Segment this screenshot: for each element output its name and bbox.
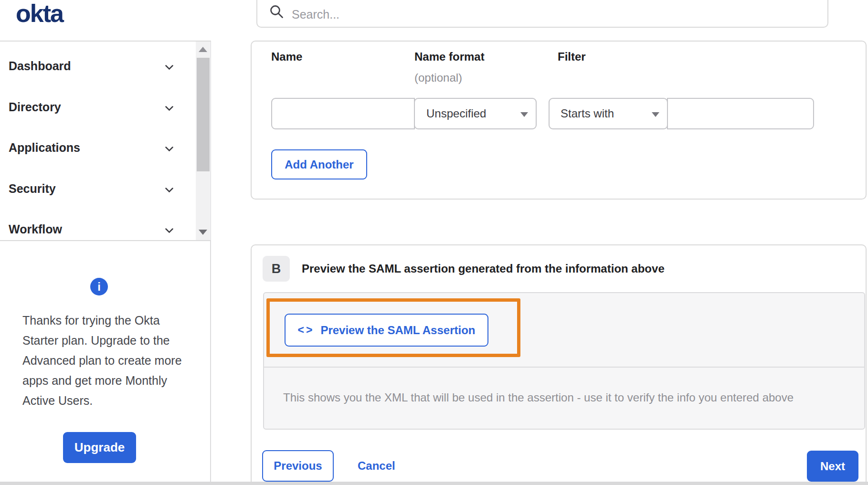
sidebar-item-workflow[interactable]: Workflow xyxy=(0,209,191,250)
add-another-button[interactable]: Add Another xyxy=(271,149,367,179)
previous-button[interactable]: Previous xyxy=(262,450,334,482)
filter-value-input[interactable] xyxy=(668,99,813,128)
name-column-header: Name xyxy=(271,50,302,63)
sidebar-nav: Dashboard Directory Applications Securit… xyxy=(0,41,211,241)
section-b-title: Preview the SAML assertion generated fro… xyxy=(302,262,665,275)
sidebar-item-applications[interactable]: Applications xyxy=(0,127,191,168)
info-icon: i xyxy=(90,278,108,295)
bottom-scrollbar-strip[interactable] xyxy=(0,482,868,485)
attribute-name-field[interactable] xyxy=(271,98,415,129)
preview-button-row: <> Preview the SAML Assertion xyxy=(264,293,864,368)
chevron-down-icon xyxy=(165,227,173,235)
upgrade-message: Thanks for trying the Okta Starter plan.… xyxy=(22,310,190,411)
sidebar-scrollbar[interactable] xyxy=(196,42,211,240)
attribute-statements-card: Name Name format (optional) Filter Unspe… xyxy=(251,41,867,200)
sidebar-item-directory[interactable]: Directory xyxy=(0,87,191,127)
sidebar-item-security[interactable]: Security xyxy=(0,169,191,209)
chevron-down-icon xyxy=(165,186,173,195)
saml-preview-panel: <> Preview the SAML Assertion This shows… xyxy=(263,292,865,430)
sidebar-item-label: Directory xyxy=(9,100,61,114)
chevron-down-icon xyxy=(165,145,173,154)
cancel-link[interactable]: Cancel xyxy=(358,450,395,482)
dropdown-caret-icon xyxy=(520,112,528,117)
sidebar-item-label: Dashboard xyxy=(9,59,71,73)
sidebar-item-label: Security xyxy=(9,182,56,196)
sidebar-item-dashboard[interactable]: Dashboard xyxy=(0,46,191,86)
next-button[interactable]: Next xyxy=(807,451,858,482)
search-input[interactable] xyxy=(292,8,769,21)
sidebar-item-label: Applications xyxy=(9,141,80,155)
dropdown-caret-icon xyxy=(652,112,659,117)
section-b-badge: B xyxy=(263,256,290,282)
chevron-down-icon xyxy=(165,63,173,72)
scrollbar-thumb[interactable] xyxy=(197,58,210,171)
okta-logo: okta xyxy=(16,0,63,28)
okta-admin-console: okta Dashboard Directory Applications xyxy=(0,0,868,485)
chevron-down-icon xyxy=(165,105,173,113)
name-format-selected-value: Unspecified xyxy=(426,107,486,120)
preview-button-label: Preview the SAML Assertion xyxy=(320,324,475,337)
filter-type-dropdown[interactable]: Starts with xyxy=(549,98,668,129)
upgrade-button[interactable]: Upgrade xyxy=(63,432,136,463)
name-format-hint: (optional) xyxy=(414,71,462,84)
name-format-column-header: Name format xyxy=(414,50,485,63)
filter-value-field[interactable] xyxy=(667,98,814,129)
scroll-down-icon[interactable] xyxy=(199,230,207,235)
scroll-up-icon[interactable] xyxy=(199,47,207,52)
sidebar-item-label: Workflow xyxy=(9,222,62,236)
search-icon xyxy=(269,4,285,21)
preview-saml-assertion-button[interactable]: <> Preview the SAML Assertion xyxy=(285,314,488,347)
preview-caption: This shows you the XML that will be used… xyxy=(283,391,794,404)
filter-column-header: Filter xyxy=(558,50,586,63)
global-search[interactable] xyxy=(256,0,828,28)
saml-preview-card: B Preview the SAML assertion generated f… xyxy=(251,244,867,485)
code-brackets-icon: <> xyxy=(298,324,315,337)
name-format-dropdown[interactable]: Unspecified xyxy=(414,98,537,129)
attribute-name-input[interactable] xyxy=(272,99,414,128)
filter-type-selected-value: Starts with xyxy=(561,107,614,120)
